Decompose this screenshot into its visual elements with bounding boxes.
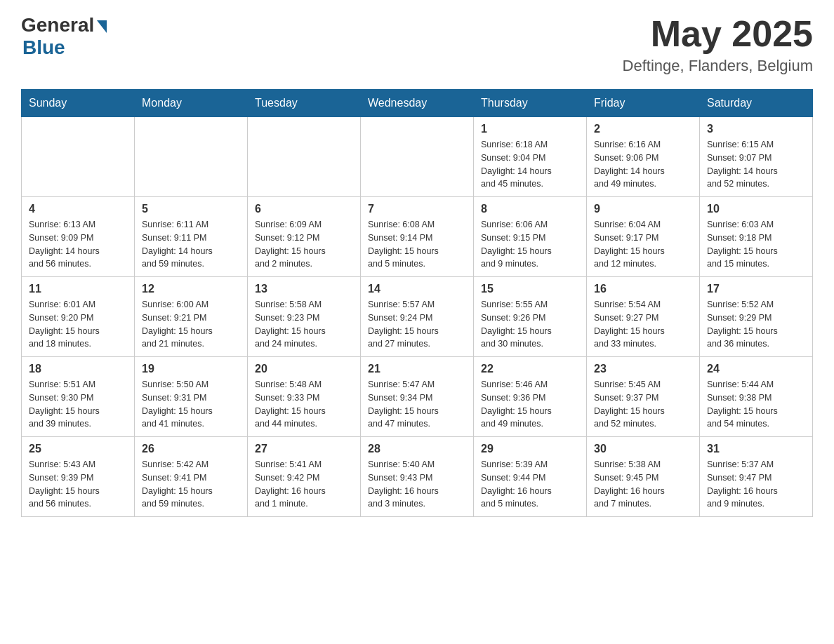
day-info: Sunrise: 6:15 AM Sunset: 9:07 PM Dayligh… [707,138,805,191]
day-number: 30 [594,443,692,455]
day-number: 28 [368,443,466,455]
day-info: Sunrise: 5:52 AM Sunset: 9:29 PM Dayligh… [707,298,805,351]
day-info: Sunrise: 6:03 AM Sunset: 9:18 PM Dayligh… [707,218,805,271]
calendar-cell: 19Sunrise: 5:50 AM Sunset: 9:31 PM Dayli… [135,357,248,437]
calendar-week-row: 11Sunrise: 6:01 AM Sunset: 9:20 PM Dayli… [22,277,813,357]
calendar-cell: 6Sunrise: 6:09 AM Sunset: 9:12 PM Daylig… [248,197,361,277]
day-info: Sunrise: 6:09 AM Sunset: 9:12 PM Dayligh… [255,218,353,271]
day-number: 22 [481,363,579,375]
day-info: Sunrise: 5:54 AM Sunset: 9:27 PM Dayligh… [594,298,692,351]
calendar-cell: 7Sunrise: 6:08 AM Sunset: 9:14 PM Daylig… [361,197,474,277]
calendar-cell [248,117,361,197]
calendar-cell: 16Sunrise: 5:54 AM Sunset: 9:27 PM Dayli… [587,277,700,357]
title-section: May 2025 Deftinge, Flanders, Belgium [623,14,813,75]
day-info: Sunrise: 5:50 AM Sunset: 9:31 PM Dayligh… [142,378,240,431]
day-info: Sunrise: 6:06 AM Sunset: 9:15 PM Dayligh… [481,218,579,271]
day-info: Sunrise: 5:57 AM Sunset: 9:24 PM Dayligh… [368,298,466,351]
day-number: 24 [707,363,805,375]
day-info: Sunrise: 5:41 AM Sunset: 9:42 PM Dayligh… [255,458,353,511]
calendar-week-row: 25Sunrise: 5:43 AM Sunset: 9:39 PM Dayli… [22,437,813,517]
day-number: 16 [594,283,692,295]
day-number: 1 [481,123,579,135]
day-info: Sunrise: 5:46 AM Sunset: 9:36 PM Dayligh… [481,378,579,431]
calendar-cell: 12Sunrise: 6:00 AM Sunset: 9:21 PM Dayli… [135,277,248,357]
day-number: 4 [29,203,127,215]
day-info: Sunrise: 6:16 AM Sunset: 9:06 PM Dayligh… [594,138,692,191]
day-number: 13 [255,283,353,295]
calendar-cell [22,117,135,197]
calendar-cell: 31Sunrise: 5:37 AM Sunset: 9:47 PM Dayli… [700,437,813,517]
calendar-cell: 25Sunrise: 5:43 AM Sunset: 9:39 PM Dayli… [22,437,135,517]
day-number: 3 [707,123,805,135]
calendar-cell: 27Sunrise: 5:41 AM Sunset: 9:42 PM Dayli… [248,437,361,517]
day-of-week-header: Saturday [700,90,813,117]
day-of-week-header: Monday [135,90,248,117]
day-info: Sunrise: 6:08 AM Sunset: 9:14 PM Dayligh… [368,218,466,271]
calendar-cell: 14Sunrise: 5:57 AM Sunset: 9:24 PM Dayli… [361,277,474,357]
day-number: 7 [368,203,466,215]
day-of-week-header: Friday [587,90,700,117]
day-number: 12 [142,283,240,295]
day-info: Sunrise: 6:04 AM Sunset: 9:17 PM Dayligh… [594,218,692,271]
day-of-week-header: Sunday [22,90,135,117]
logo-general-text: General [21,14,94,36]
day-info: Sunrise: 5:51 AM Sunset: 9:30 PM Dayligh… [29,378,127,431]
day-number: 25 [29,443,127,455]
calendar-cell [135,117,248,197]
day-info: Sunrise: 6:00 AM Sunset: 9:21 PM Dayligh… [142,298,240,351]
day-number: 19 [142,363,240,375]
day-number: 15 [481,283,579,295]
calendar-cell: 24Sunrise: 5:44 AM Sunset: 9:38 PM Dayli… [700,357,813,437]
calendar-cell: 1Sunrise: 6:18 AM Sunset: 9:04 PM Daylig… [474,117,587,197]
logo: General Blue [21,14,107,59]
day-of-week-header: Wednesday [361,90,474,117]
day-info: Sunrise: 6:18 AM Sunset: 9:04 PM Dayligh… [481,138,579,191]
day-info: Sunrise: 5:38 AM Sunset: 9:45 PM Dayligh… [594,458,692,511]
day-info: Sunrise: 6:11 AM Sunset: 9:11 PM Dayligh… [142,218,240,271]
calendar-week-row: 1Sunrise: 6:18 AM Sunset: 9:04 PM Daylig… [22,117,813,197]
calendar-cell: 17Sunrise: 5:52 AM Sunset: 9:29 PM Dayli… [700,277,813,357]
page-header: General Blue May 2025 Deftinge, Flanders… [21,14,813,75]
day-info: Sunrise: 5:37 AM Sunset: 9:47 PM Dayligh… [707,458,805,511]
calendar-cell: 26Sunrise: 5:42 AM Sunset: 9:41 PM Dayli… [135,437,248,517]
day-info: Sunrise: 5:58 AM Sunset: 9:23 PM Dayligh… [255,298,353,351]
day-number: 11 [29,283,127,295]
location-text: Deftinge, Flanders, Belgium [623,57,813,75]
calendar-cell: 11Sunrise: 6:01 AM Sunset: 9:20 PM Dayli… [22,277,135,357]
calendar-week-row: 4Sunrise: 6:13 AM Sunset: 9:09 PM Daylig… [22,197,813,277]
calendar-cell: 3Sunrise: 6:15 AM Sunset: 9:07 PM Daylig… [700,117,813,197]
day-number: 26 [142,443,240,455]
calendar-week-row: 18Sunrise: 5:51 AM Sunset: 9:30 PM Dayli… [22,357,813,437]
calendar-cell: 13Sunrise: 5:58 AM Sunset: 9:23 PM Dayli… [248,277,361,357]
day-number: 27 [255,443,353,455]
day-number: 8 [481,203,579,215]
day-info: Sunrise: 6:13 AM Sunset: 9:09 PM Dayligh… [29,218,127,271]
calendar-cell: 21Sunrise: 5:47 AM Sunset: 9:34 PM Dayli… [361,357,474,437]
day-number: 29 [481,443,579,455]
calendar-cell: 4Sunrise: 6:13 AM Sunset: 9:09 PM Daylig… [22,197,135,277]
calendar-cell: 20Sunrise: 5:48 AM Sunset: 9:33 PM Dayli… [248,357,361,437]
calendar-cell: 2Sunrise: 6:16 AM Sunset: 9:06 PM Daylig… [587,117,700,197]
calendar-cell [361,117,474,197]
calendar-cell: 22Sunrise: 5:46 AM Sunset: 9:36 PM Dayli… [474,357,587,437]
day-number: 14 [368,283,466,295]
month-title: May 2025 [623,14,813,54]
day-number: 21 [368,363,466,375]
calendar-cell: 30Sunrise: 5:38 AM Sunset: 9:45 PM Dayli… [587,437,700,517]
day-info: Sunrise: 5:43 AM Sunset: 9:39 PM Dayligh… [29,458,127,511]
day-info: Sunrise: 6:01 AM Sunset: 9:20 PM Dayligh… [29,298,127,351]
calendar-cell: 18Sunrise: 5:51 AM Sunset: 9:30 PM Dayli… [22,357,135,437]
day-number: 9 [594,203,692,215]
day-info: Sunrise: 5:47 AM Sunset: 9:34 PM Dayligh… [368,378,466,431]
day-info: Sunrise: 5:39 AM Sunset: 9:44 PM Dayligh… [481,458,579,511]
calendar-cell: 8Sunrise: 6:06 AM Sunset: 9:15 PM Daylig… [474,197,587,277]
calendar-cell: 10Sunrise: 6:03 AM Sunset: 9:18 PM Dayli… [700,197,813,277]
calendar-cell: 28Sunrise: 5:40 AM Sunset: 9:43 PM Dayli… [361,437,474,517]
logo-blue-text: Blue [22,36,65,59]
logo-arrow-icon [97,20,107,33]
day-info: Sunrise: 5:48 AM Sunset: 9:33 PM Dayligh… [255,378,353,431]
day-number: 23 [594,363,692,375]
day-of-week-header: Thursday [474,90,587,117]
calendar-header-row: SundayMondayTuesdayWednesdayThursdayFrid… [22,90,813,117]
calendar-cell: 5Sunrise: 6:11 AM Sunset: 9:11 PM Daylig… [135,197,248,277]
